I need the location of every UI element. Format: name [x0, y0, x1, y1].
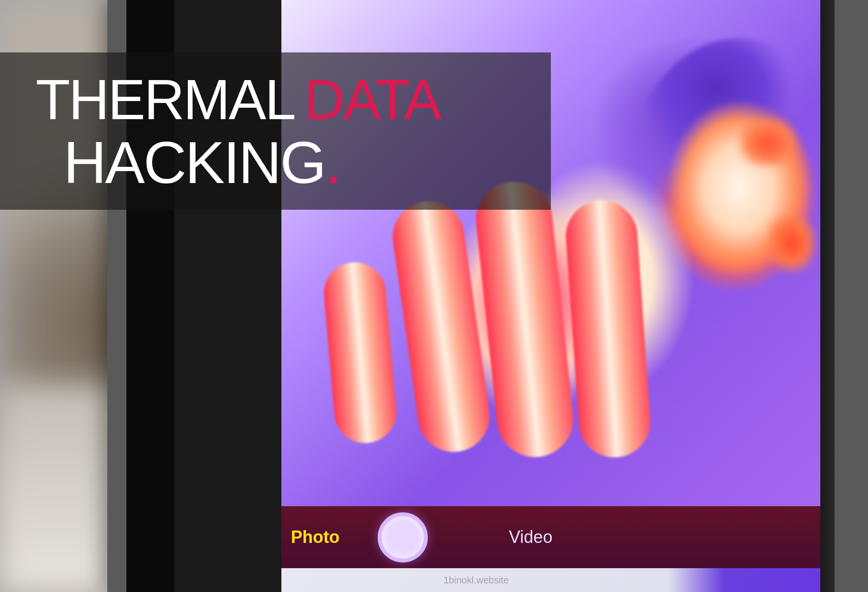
mode-video-tab[interactable]: Video: [509, 527, 552, 547]
camera-toolbar: Photo Video: [281, 506, 835, 568]
shutter-button[interactable]: [378, 512, 428, 562]
thermal-blob: [620, 38, 835, 372]
device-right-bezel-inner: [820, 0, 835, 592]
device-right-bezel: [835, 0, 868, 592]
thermal-blob: [321, 260, 399, 446]
bottom-url-bar: 1binokl.website: [281, 568, 835, 592]
thermal-hotspot: [768, 214, 816, 272]
title-dot: .: [325, 129, 341, 195]
title-word-data: DATA: [304, 68, 440, 131]
mode-photo-tab[interactable]: Photo: [291, 527, 340, 547]
thermal-hotspot: [739, 119, 796, 167]
title-word-thermal: THERMAL: [36, 68, 295, 131]
title-word-hacking: HACKING: [63, 129, 325, 195]
title-line-2: HACKING.: [63, 130, 551, 195]
title-line-1: THERMALDATA: [36, 71, 551, 130]
url-text: 1binokl.website: [444, 575, 509, 586]
title-overlay: THERMALDATA HACKING.: [0, 52, 551, 210]
